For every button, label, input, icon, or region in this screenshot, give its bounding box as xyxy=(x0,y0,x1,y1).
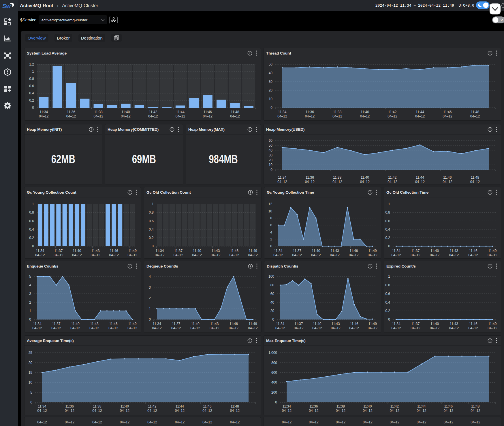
svg-text:04–12: 04–12 xyxy=(312,326,322,330)
svg-text:04–12: 04–12 xyxy=(388,180,397,184)
svg-text:11:38: 11:38 xyxy=(333,110,341,114)
svg-text:04–12: 04–12 xyxy=(330,253,340,257)
svg-text:0.4: 0.4 xyxy=(149,227,154,231)
svg-text:04–12: 04–12 xyxy=(192,253,202,257)
svg-text:11:42: 11:42 xyxy=(388,110,396,114)
svg-text:04–12: 04–12 xyxy=(51,326,61,330)
svg-text:04–12: 04–12 xyxy=(430,326,440,330)
svg-text:11:43: 11:43 xyxy=(332,322,340,326)
svg-text:11:49: 11:49 xyxy=(128,322,136,326)
svg-text:11:42: 11:42 xyxy=(149,110,157,114)
svg-text:11:49: 11:49 xyxy=(488,249,497,253)
svg-text:40: 40 xyxy=(270,300,274,304)
svg-text:04–12: 04–12 xyxy=(66,114,76,118)
svg-text:11:38: 11:38 xyxy=(333,175,341,180)
svg-text:4: 4 xyxy=(149,274,151,279)
svg-text:11:38: 11:38 xyxy=(94,110,103,114)
svg-text:0.4: 0.4 xyxy=(385,227,390,231)
svg-text:400: 400 xyxy=(271,380,277,384)
svg-text:5: 5 xyxy=(30,390,32,395)
svg-text:11:43: 11:43 xyxy=(450,322,458,326)
svg-text:04–12: 04–12 xyxy=(65,409,75,413)
svg-text:10: 10 xyxy=(269,97,273,101)
svg-text:04–12: 04–12 xyxy=(336,409,346,413)
svg-text:11:40: 11:40 xyxy=(121,404,129,408)
svg-text:0: 0 xyxy=(30,400,32,404)
svg-text:04–12: 04–12 xyxy=(331,326,341,330)
svg-text:11:37: 11:37 xyxy=(411,249,420,253)
svg-text:04–12: 04–12 xyxy=(203,114,213,118)
svg-text:25: 25 xyxy=(29,351,33,355)
svg-text:04–12: 04–12 xyxy=(411,326,420,330)
svg-text:1.2: 1.2 xyxy=(29,62,34,66)
svg-text:1: 1 xyxy=(32,202,34,206)
svg-text:04–12: 04–12 xyxy=(363,420,373,424)
svg-text:04–12: 04–12 xyxy=(282,409,292,413)
svg-text:0.8: 0.8 xyxy=(29,77,34,81)
svg-text:2: 2 xyxy=(29,300,31,304)
svg-text:04–12: 04–12 xyxy=(176,114,185,118)
svg-text:11:36: 11:36 xyxy=(306,110,314,114)
svg-text:11:44: 11:44 xyxy=(417,404,426,408)
svg-text:04–12: 04–12 xyxy=(332,114,342,118)
svg-text:5: 5 xyxy=(29,274,31,279)
svg-text:04–12: 04–12 xyxy=(277,114,287,118)
svg-text:04–12: 04–12 xyxy=(175,420,185,424)
svg-text:11:37: 11:37 xyxy=(174,249,183,253)
svg-text:04–12: 04–12 xyxy=(174,253,183,257)
svg-text:11:37: 11:37 xyxy=(52,322,60,326)
svg-text:11:37: 11:37 xyxy=(54,249,63,253)
svg-text:04–12: 04–12 xyxy=(230,253,239,257)
svg-text:04–12: 04–12 xyxy=(32,326,42,330)
svg-text:0: 0 xyxy=(270,168,272,172)
svg-text:11:34: 11:34 xyxy=(33,322,41,326)
svg-text:11:36: 11:36 xyxy=(309,404,318,408)
svg-text:04–12: 04–12 xyxy=(470,114,480,118)
svg-text:4: 4 xyxy=(270,230,272,234)
svg-text:11:46: 11:46 xyxy=(110,249,118,253)
svg-text:11:43: 11:43 xyxy=(450,249,458,253)
svg-text:0.2: 0.2 xyxy=(149,236,154,240)
svg-text:0.6: 0.6 xyxy=(149,219,154,223)
svg-text:04–12: 04–12 xyxy=(37,409,47,413)
svg-text:04–12: 04–12 xyxy=(248,326,258,330)
svg-text:11:40: 11:40 xyxy=(121,110,130,114)
svg-text:04–12: 04–12 xyxy=(248,253,258,257)
svg-text:04–12: 04–12 xyxy=(449,326,459,330)
svg-text:11:37: 11:37 xyxy=(293,249,301,253)
svg-text:04–12: 04–12 xyxy=(390,420,400,424)
svg-text:04–12: 04–12 xyxy=(468,253,478,257)
svg-text:0.2: 0.2 xyxy=(29,98,34,102)
svg-text:04–12: 04–12 xyxy=(391,326,401,330)
svg-text:04–12: 04–12 xyxy=(273,253,283,257)
svg-text:04–12: 04–12 xyxy=(202,420,212,424)
svg-text:11:38: 11:38 xyxy=(336,404,345,408)
svg-text:0.2: 0.2 xyxy=(385,309,390,313)
svg-text:04–12: 04–12 xyxy=(391,253,401,257)
svg-text:04–12: 04–12 xyxy=(92,420,102,424)
svg-text:11:36: 11:36 xyxy=(67,110,75,114)
svg-text:04–12: 04–12 xyxy=(443,114,452,118)
svg-text:80: 80 xyxy=(270,283,274,287)
svg-text:04–12: 04–12 xyxy=(360,180,370,184)
svg-text:1: 1 xyxy=(149,307,151,311)
svg-text:04–12: 04–12 xyxy=(471,409,480,413)
svg-text:04–12: 04–12 xyxy=(417,409,426,413)
svg-text:11:37: 11:37 xyxy=(411,322,420,326)
svg-text:11:46: 11:46 xyxy=(443,175,452,180)
svg-text:04–12: 04–12 xyxy=(121,114,131,118)
svg-text:04–12: 04–12 xyxy=(175,409,185,413)
svg-text:04–12: 04–12 xyxy=(171,326,181,330)
svg-text:0.6: 0.6 xyxy=(29,219,34,223)
svg-text:04–12: 04–12 xyxy=(488,326,497,330)
svg-text:04–12: 04–12 xyxy=(444,420,454,424)
svg-text:11:40: 11:40 xyxy=(361,110,369,114)
svg-text:11:43: 11:43 xyxy=(331,249,339,253)
svg-text:3: 3 xyxy=(149,285,151,289)
svg-text:0.6: 0.6 xyxy=(29,84,34,88)
svg-text:04–12: 04–12 xyxy=(230,420,240,424)
svg-text:11:37: 11:37 xyxy=(294,322,303,326)
svg-text:11:43: 11:43 xyxy=(211,249,220,253)
svg-text:04–12: 04–12 xyxy=(72,253,82,257)
svg-text:11:43: 11:43 xyxy=(90,322,98,326)
